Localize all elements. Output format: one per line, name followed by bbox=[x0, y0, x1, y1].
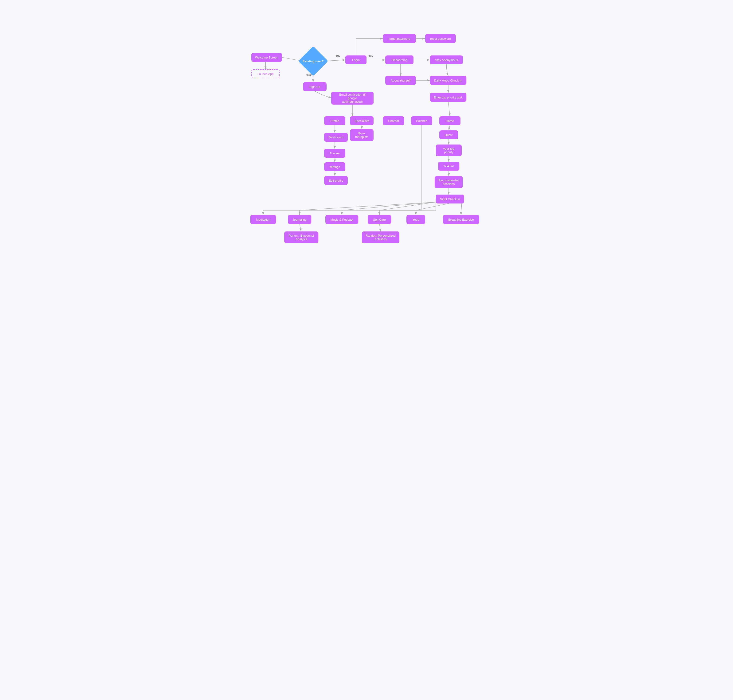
enter-priority-task-node: Enter top priority task bbox=[430, 93, 466, 102]
launch-app-node: Launch App bbox=[251, 69, 279, 78]
svg-line-23 bbox=[300, 224, 301, 231]
specialists-node: Specialists bbox=[350, 116, 373, 125]
dashboard-node: Dashboard bbox=[324, 133, 348, 142]
welcome-screen-node: Welcome Screen bbox=[251, 53, 282, 62]
svg-line-24 bbox=[379, 224, 380, 231]
home-node: Home bbox=[439, 116, 460, 125]
reset-password-node: reset password bbox=[425, 34, 456, 43]
yoga-node: Yoga bbox=[407, 215, 425, 224]
chatbot-node: Chatbot bbox=[383, 116, 404, 125]
settings-node: settings bbox=[324, 162, 345, 171]
signup-node: Sign Up bbox=[303, 82, 326, 91]
stay-anonymous-node: Stay Anonymous bbox=[430, 56, 463, 65]
recommended-sessions-node: Recommended sessions bbox=[435, 176, 463, 188]
quote-node: Quote bbox=[439, 131, 458, 139]
edge-label-true2: true bbox=[369, 54, 373, 57]
balance-node: Balance bbox=[411, 116, 432, 125]
self-care-node: Self Care bbox=[368, 215, 391, 224]
svg-line-22 bbox=[461, 203, 462, 215]
email-verify-node: Email verification (if google auth isn't… bbox=[331, 92, 373, 104]
emotional-analysis-node: Perform Emotional Analysis bbox=[284, 231, 318, 243]
svg-line-11 bbox=[448, 102, 450, 116]
onboarding-node: Onboarding bbox=[385, 56, 413, 65]
book-therapists-node: Book therapists bbox=[350, 129, 373, 141]
edge-label-true1: true bbox=[335, 54, 341, 57]
edge-label-false1: false bbox=[306, 73, 312, 76]
your-top-priority-node: your top priority bbox=[436, 144, 462, 156]
forgot-password-node: forgot password bbox=[383, 34, 416, 43]
login-node: Login bbox=[345, 56, 366, 65]
random-activities-node: Random Personalized Activities bbox=[362, 231, 400, 243]
flowchart-canvas: Welcome Screen Launch App Existing user?… bbox=[237, 9, 496, 256]
task-list-node: Task list bbox=[438, 162, 459, 171]
about-yourself-node: About Yourself bbox=[385, 76, 416, 85]
breathing-exercise-node: Breathing Exercise bbox=[443, 215, 479, 224]
svg-line-17 bbox=[449, 125, 450, 131]
night-checkin-node: Night Check-in bbox=[436, 194, 464, 203]
tracker-node: Tracker bbox=[324, 149, 345, 158]
daily-mood-checkin-node: Daily Mood Check-in bbox=[430, 76, 466, 85]
music-podcast-node: Music & Podcast bbox=[325, 215, 358, 224]
meditation-node: Meditation bbox=[250, 215, 276, 224]
existing-user-node: Existing user? bbox=[303, 50, 324, 72]
journaling-node: Journaling bbox=[288, 215, 311, 224]
edit-profile-node: Edit profile bbox=[324, 176, 348, 185]
profile-node: Profile bbox=[324, 116, 345, 125]
